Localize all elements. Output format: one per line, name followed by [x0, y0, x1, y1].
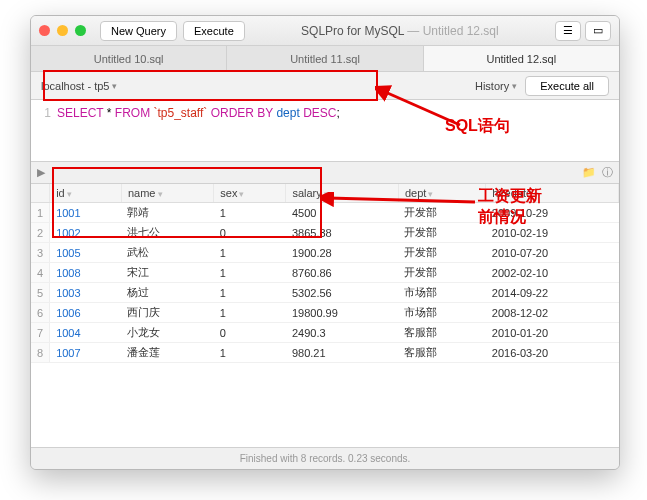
- table-row[interactable]: 8 1007 潘金莲 1 980.21 客服部 2016-03-20: [31, 343, 619, 363]
- cell-dept: 市场部: [398, 283, 485, 303]
- cell-salary: 980.21: [286, 343, 398, 363]
- info-icon[interactable]: ⓘ: [602, 165, 613, 180]
- cell-sex: 1: [214, 243, 286, 263]
- cell-sex: 0: [214, 323, 286, 343]
- cell-id: 1003: [50, 283, 122, 303]
- cell-id: 1006: [50, 303, 122, 323]
- app-window: New Query Execute SQLPro for MySQL — Unt…: [30, 15, 620, 470]
- play-icon[interactable]: ▶: [37, 166, 45, 179]
- col-hiredate[interactable]: hiredate▾: [486, 184, 619, 203]
- table-row[interactable]: 6 1006 西门庆 1 19800.99 市场部 2008-12-02: [31, 303, 619, 323]
- row-number: 2: [31, 223, 50, 243]
- cell-salary: 3865.38: [286, 223, 398, 243]
- window-title: SQLPro for MySQL — Untitled 12.sql: [251, 24, 549, 38]
- cell-sex: 1: [214, 303, 286, 323]
- cell-name: 小龙女: [121, 323, 213, 343]
- row-number: 6: [31, 303, 50, 323]
- status-bar: Finished with 8 records. 0.23 seconds.: [31, 447, 619, 469]
- tab-bar: Untitled 10.sql Untitled 11.sql Untitled…: [31, 46, 619, 72]
- cell-dept: 客服部: [398, 323, 485, 343]
- connection-selector[interactable]: localhost - tp5 ▾: [41, 80, 117, 92]
- chevron-down-icon: ▾: [112, 81, 117, 91]
- cell-name: 宋江: [121, 263, 213, 283]
- table-row[interactable]: 5 1003 杨过 1 5302.56 市场部 2014-09-22: [31, 283, 619, 303]
- cell-sex: 1: [214, 283, 286, 303]
- cell-id: 1008: [50, 263, 122, 283]
- row-number: 1: [31, 203, 50, 223]
- execute-button[interactable]: Execute: [183, 21, 245, 41]
- chevron-down-icon: ▾: [512, 81, 517, 91]
- table-header-row: id▾ name▾ sex▾ salary▾ dept▾ hiredate▾: [31, 184, 619, 203]
- cell-hiredate: 2010-02-19: [486, 223, 619, 243]
- results-table: id▾ name▾ sex▾ salary▾ dept▾ hiredate▾ 1…: [31, 184, 619, 447]
- cell-name: 潘金莲: [121, 343, 213, 363]
- cell-salary: 4500: [286, 203, 398, 223]
- row-number: 4: [31, 263, 50, 283]
- cell-dept: 开发部: [398, 203, 485, 223]
- sql-editor[interactable]: 1 SELECT * FROM `tp5_staff` ORDER BY dep…: [31, 100, 619, 162]
- table-row[interactable]: 2 1002 洪七公 0 3865.38 开发部 2010-02-19: [31, 223, 619, 243]
- folder-icon[interactable]: 📁: [582, 166, 596, 179]
- cell-id: 1004: [50, 323, 122, 343]
- cell-hiredate: 2010-07-20: [486, 243, 619, 263]
- cell-dept: 开发部: [398, 223, 485, 243]
- cell-salary: 19800.99: [286, 303, 398, 323]
- cell-id: 1005: [50, 243, 122, 263]
- row-number: 3: [31, 243, 50, 263]
- tab-untitled-10[interactable]: Untitled 10.sql: [31, 46, 227, 71]
- maximize-icon[interactable]: [75, 25, 86, 36]
- cell-dept: 市场部: [398, 303, 485, 323]
- tab-label: Untitled 11.sql: [290, 53, 360, 65]
- titlebar: New Query Execute SQLPro for MySQL — Unt…: [31, 16, 619, 46]
- panel-toggle-button[interactable]: ☰: [555, 21, 581, 41]
- table-row[interactable]: 4 1008 宋江 1 8760.86 开发部 2002-02-10: [31, 263, 619, 283]
- connection-label: localhost - tp5: [41, 80, 109, 92]
- cell-hiredate: 2010-01-20: [486, 323, 619, 343]
- cell-salary: 1900.28: [286, 243, 398, 263]
- cell-hiredate: 2002-02-10: [486, 263, 619, 283]
- toolbar: localhost - tp5 ▾ History ▾ Execute all: [31, 72, 619, 100]
- row-number: 8: [31, 343, 50, 363]
- results-toolbar: ▶ 📁 ⓘ: [31, 162, 619, 184]
- row-number: 5: [31, 283, 50, 303]
- col-sex[interactable]: sex▾: [214, 184, 286, 203]
- cell-hiredate: 2008-12-02: [486, 303, 619, 323]
- cell-name: 武松: [121, 243, 213, 263]
- cell-sex: 0: [214, 223, 286, 243]
- close-icon[interactable]: [39, 25, 50, 36]
- col-salary[interactable]: salary▾: [286, 184, 398, 203]
- cell-id: 1001: [50, 203, 122, 223]
- tab-label: Untitled 12.sql: [486, 53, 556, 65]
- cell-dept: 开发部: [398, 263, 485, 283]
- col-id[interactable]: id▾: [50, 184, 122, 203]
- new-query-button[interactable]: New Query: [100, 21, 177, 41]
- cell-sex: 1: [214, 263, 286, 283]
- tab-untitled-12[interactable]: Untitled 12.sql: [424, 46, 619, 71]
- history-button[interactable]: History ▾: [475, 80, 517, 92]
- tab-label: Untitled 10.sql: [94, 53, 164, 65]
- cell-salary: 5302.56: [286, 283, 398, 303]
- execute-all-button[interactable]: Execute all: [525, 76, 609, 96]
- row-number-header: [31, 184, 50, 203]
- cell-salary: 8760.86: [286, 263, 398, 283]
- table-row[interactable]: 7 1004 小龙女 0 2490.3 客服部 2010-01-20: [31, 323, 619, 343]
- tab-untitled-11[interactable]: Untitled 11.sql: [227, 46, 423, 71]
- cell-name: 郭靖: [121, 203, 213, 223]
- traffic-lights: [39, 25, 86, 36]
- sidebar-toggle-button[interactable]: ▭: [585, 21, 611, 41]
- status-text: Finished with 8 records. 0.23 seconds.: [240, 453, 411, 464]
- history-label: History: [475, 80, 509, 92]
- cell-dept: 开发部: [398, 243, 485, 263]
- line-number: 1: [39, 106, 57, 155]
- cell-name: 洪七公: [121, 223, 213, 243]
- table-row[interactable]: 1 1001 郭靖 1 4500 开发部 2009-10-29: [31, 203, 619, 223]
- app-name: SQLPro for MySQL: [301, 24, 404, 38]
- sql-text: SELECT * FROM `tp5_staff` ORDER BY dept …: [57, 106, 340, 155]
- cell-id: 1007: [50, 343, 122, 363]
- minimize-icon[interactable]: [57, 25, 68, 36]
- col-dept[interactable]: dept▾: [398, 184, 485, 203]
- table-row[interactable]: 3 1005 武松 1 1900.28 开发部 2010-07-20: [31, 243, 619, 263]
- cell-sex: 1: [214, 203, 286, 223]
- col-name[interactable]: name▾: [121, 184, 213, 203]
- cell-salary: 2490.3: [286, 323, 398, 343]
